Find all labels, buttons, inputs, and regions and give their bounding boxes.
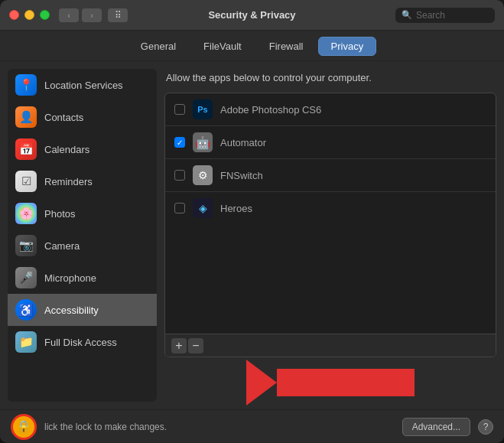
sidebar-item-location[interactable]: 📍 Location Services [8, 69, 157, 101]
app-checkbox-automator[interactable]: ✓ [174, 137, 185, 148]
app-name-fnswitch: FNSwitch [220, 170, 263, 181]
sidebar-item-camera[interactable]: 📷 Camera [8, 230, 157, 262]
sidebar-item-accessibility[interactable]: ♿ Accessibility [8, 294, 157, 326]
lock-status-text: lick the lock to make changes. [44, 422, 395, 432]
maximize-button[interactable] [40, 10, 50, 20]
tabs-bar: General FileVault Firewall Privacy [0, 31, 504, 61]
search-input[interactable] [416, 10, 489, 21]
camera-icon: 📷 [15, 235, 37, 256]
app-icon-automator: 🤖 [193, 132, 213, 152]
calendars-icon: 📅 [15, 138, 37, 160]
location-icon: 📍 [15, 74, 37, 96]
bottom-bar: 🔒 lick the lock to make changes. Advance… [0, 409, 504, 443]
sidebar-label-fulldisk: Full Disk Access [44, 337, 117, 348]
lock-button[interactable]: 🔒 [11, 414, 37, 440]
app-icon-fnswitch: ⚙ [193, 165, 213, 185]
tab-privacy[interactable]: Privacy [318, 37, 377, 56]
app-checkbox-fnswitch[interactable] [174, 170, 185, 181]
apps-list-container: Ps Adobe Photoshop CS6 ✓ 🤖 Automator ⚙ F… [164, 93, 496, 357]
contacts-icon: 👤 [15, 106, 37, 128]
sidebar-item-calendars[interactable]: 📅 Calendars [8, 133, 157, 165]
fulldisk-icon: 📁 [15, 331, 37, 353]
app-checkbox-heroes[interactable] [174, 203, 185, 213]
traffic-lights [9, 10, 50, 20]
tab-general[interactable]: General [128, 37, 189, 56]
sidebar-label-location: Location Services [44, 80, 123, 91]
sidebar-item-photos[interactable]: 🌸 Photos [8, 197, 157, 230]
remove-app-button[interactable]: − [188, 338, 203, 353]
arrow-body [277, 369, 415, 396]
add-app-button[interactable]: + [171, 338, 187, 353]
sidebar-label-contacts: Contacts [44, 112, 83, 123]
app-name-photoshop: Adobe Photoshop CS6 [220, 104, 321, 116]
panel-description: Allow the apps below to control your com… [164, 69, 496, 86]
sidebar-item-reminders[interactable]: ☑ Reminders [8, 165, 157, 197]
content-area: 📍 Location Services 👤 Contacts 📅 Calenda… [0, 61, 504, 409]
title-bar: ‹ › ⠿ Security & Privacy 🔍 [0, 0, 504, 31]
table-row: ◈ Heroes [165, 192, 496, 224]
main-window: ‹ › ⠿ Security & Privacy 🔍 General FileV… [0, 0, 504, 443]
app-name-heroes: Heroes [220, 203, 252, 214]
sidebar: 📍 Location Services 👤 Contacts 📅 Calenda… [8, 69, 157, 402]
sidebar-label-photos: Photos [44, 208, 75, 220]
sidebar-label-reminders: Reminders [44, 176, 93, 187]
nav-buttons: ‹ › ⠿ [59, 8, 128, 22]
accessibility-icon: ♿ [15, 299, 37, 321]
sidebar-label-camera: Camera [44, 240, 80, 252]
sidebar-item-microphone[interactable]: 🎤 Microphone [8, 262, 157, 294]
back-button[interactable]: ‹ [59, 8, 79, 22]
tab-filevault[interactable]: FileVault [190, 37, 255, 56]
advanced-button[interactable]: Advanced... [402, 418, 470, 436]
help-button[interactable]: ? [478, 419, 493, 435]
minimize-button[interactable] [24, 10, 34, 20]
search-icon: 🔍 [402, 10, 412, 20]
sidebar-item-contacts[interactable]: 👤 Contacts [8, 101, 157, 133]
main-panel: Allow the apps below to control your com… [164, 69, 496, 402]
app-checkbox-photoshop[interactable] [174, 104, 185, 115]
sidebar-label-microphone: Microphone [44, 272, 96, 284]
sidebar-label-calendars: Calendars [44, 144, 89, 155]
arrow-head [246, 360, 277, 406]
arrow-shape [246, 360, 415, 406]
grid-button[interactable]: ⠿ [108, 8, 128, 22]
sidebar-item-fulldisk[interactable]: 📁 Full Disk Access [8, 326, 157, 358]
tab-firewall[interactable]: Firewall [256, 37, 317, 56]
microphone-icon: 🎤 [15, 267, 37, 288]
sidebar-label-accessibility: Accessibility [44, 305, 99, 316]
table-row: Ps Adobe Photoshop CS6 [165, 93, 496, 126]
forward-button[interactable]: › [82, 8, 102, 22]
apps-list: Ps Adobe Photoshop CS6 ✓ 🤖 Automator ⚙ F… [165, 93, 496, 334]
search-box[interactable]: 🔍 [395, 8, 495, 23]
list-toolbar: + − [165, 334, 496, 357]
app-icon-heroes: ◈ [193, 198, 213, 218]
app-icon-photoshop: Ps [193, 99, 213, 119]
photos-icon: 🌸 [15, 203, 37, 224]
window-title: Security & Privacy [208, 9, 295, 21]
table-row: ✓ 🤖 Automator [165, 126, 496, 159]
close-button[interactable] [9, 10, 19, 20]
arrow-container [164, 363, 496, 402]
table-row: ⚙ FNSwitch [165, 159, 496, 192]
reminders-icon: ☑ [15, 171, 37, 192]
app-name-automator: Automator [220, 137, 266, 148]
